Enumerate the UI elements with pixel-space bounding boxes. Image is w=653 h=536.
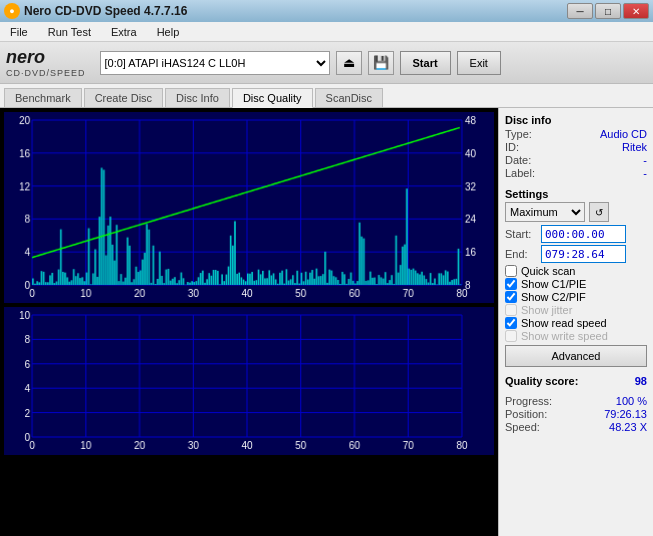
show-read-speed-row: Show read speed: [505, 317, 647, 329]
chart-area: [0, 108, 498, 536]
settings-title: Settings: [505, 188, 647, 200]
toolbar: nero CD·DVD/SPEED [0:0] ATAPI iHAS124 C …: [0, 42, 653, 84]
disc-type-value: Audio CD: [600, 128, 647, 140]
end-row: End: 079:28.64: [505, 245, 647, 263]
show-jitter-row: Show jitter: [505, 304, 647, 316]
disc-info-title: Disc info: [505, 114, 647, 126]
title-bar: ● Nero CD-DVD Speed 4.7.7.16 ─ □ ✕: [0, 0, 653, 22]
disc-label-row: Label: -: [505, 167, 647, 179]
disc-date-label: Date:: [505, 154, 531, 166]
close-button[interactable]: ✕: [623, 3, 649, 19]
show-c2-checkbox[interactable]: [505, 291, 517, 303]
tab-disc-quality[interactable]: Disc Quality: [232, 88, 313, 108]
menu-file[interactable]: File: [4, 24, 34, 40]
position-value: 79:26.13: [604, 408, 647, 420]
disc-id-row: ID: Ritek: [505, 141, 647, 153]
progress-value: 100 %: [616, 395, 647, 407]
speed-value: 48.23 X: [609, 421, 647, 433]
quick-scan-row: Quick scan: [505, 265, 647, 277]
disc-label-value: -: [643, 167, 647, 179]
quality-score-label: Quality score:: [505, 375, 578, 387]
tabs-bar: Benchmark Create Disc Disc Info Disc Qua…: [0, 84, 653, 108]
refresh-button[interactable]: ↺: [589, 202, 609, 222]
speed-row: Maximum ↺: [505, 202, 647, 222]
advanced-button[interactable]: Advanced: [505, 345, 647, 367]
show-c1-label: Show C1/PIE: [521, 278, 586, 290]
title-bar-text: Nero CD-DVD Speed 4.7.7.16: [24, 4, 187, 18]
show-write-speed-checkbox[interactable]: [505, 330, 517, 342]
app-icon: ●: [4, 3, 20, 19]
tab-disc-info[interactable]: Disc Info: [165, 88, 230, 107]
quality-score-value: 98: [635, 375, 647, 387]
progress-section: Progress: 100 % Position: 79:26.13 Speed…: [505, 395, 647, 434]
lower-chart: [4, 307, 494, 456]
quick-scan-checkbox[interactable]: [505, 265, 517, 277]
start-input[interactable]: 000:00.00: [541, 225, 626, 243]
disc-id-value: Ritek: [622, 141, 647, 153]
show-jitter-checkbox[interactable]: [505, 304, 517, 316]
start-label: Start:: [505, 228, 537, 240]
settings-section: Settings Maximum ↺ Start: 000:00.00 End:…: [505, 188, 647, 367]
save-button[interactable]: 💾: [368, 51, 394, 75]
menu-bar: File Run Test Extra Help: [0, 22, 653, 42]
tab-create-disc[interactable]: Create Disc: [84, 88, 163, 107]
quick-scan-label: Quick scan: [521, 265, 575, 277]
position-row: Position: 79:26.13: [505, 408, 647, 420]
menu-help[interactable]: Help: [151, 24, 186, 40]
maximize-button[interactable]: □: [595, 3, 621, 19]
disc-type-label: Type:: [505, 128, 532, 140]
speed-row-2: Speed: 48.23 X: [505, 421, 647, 433]
end-input[interactable]: 079:28.64: [541, 245, 626, 263]
tab-benchmark[interactable]: Benchmark: [4, 88, 82, 107]
title-bar-controls: ─ □ ✕: [567, 3, 649, 19]
position-label: Position:: [505, 408, 547, 420]
menu-extra[interactable]: Extra: [105, 24, 143, 40]
progress-row: Progress: 100 %: [505, 395, 647, 407]
minimize-button[interactable]: ─: [567, 3, 593, 19]
show-c1-row: Show C1/PIE: [505, 278, 647, 290]
show-jitter-label: Show jitter: [521, 304, 572, 316]
show-write-speed-row: Show write speed: [505, 330, 647, 342]
menu-run-test[interactable]: Run Test: [42, 24, 97, 40]
disc-info-section: Disc info Type: Audio CD ID: Ritek Date:…: [505, 114, 647, 180]
show-c2-label: Show C2/PIF: [521, 291, 586, 303]
main-content: Disc info Type: Audio CD ID: Ritek Date:…: [0, 108, 653, 536]
disc-label-label: Label:: [505, 167, 535, 179]
start-row: Start: 000:00.00: [505, 225, 647, 243]
eject-button[interactable]: ⏏: [336, 51, 362, 75]
exit-button[interactable]: Exit: [457, 51, 501, 75]
speed-label: Speed:: [505, 421, 540, 433]
logo-nero: nero: [6, 47, 45, 68]
logo: nero CD·DVD/SPEED: [6, 47, 86, 78]
show-c1-checkbox[interactable]: [505, 278, 517, 290]
right-panel: Disc info Type: Audio CD ID: Ritek Date:…: [498, 108, 653, 536]
start-button[interactable]: Start: [400, 51, 451, 75]
progress-label: Progress:: [505, 395, 552, 407]
disc-date-row: Date: -: [505, 154, 647, 166]
upper-chart: [4, 112, 494, 303]
show-read-speed-checkbox[interactable]: [505, 317, 517, 329]
logo-cdspeed: CD·DVD/SPEED: [6, 68, 86, 78]
tab-scandisc[interactable]: ScanDisc: [315, 88, 383, 107]
disc-date-value: -: [643, 154, 647, 166]
disc-type-row: Type: Audio CD: [505, 128, 647, 140]
disc-id-label: ID:: [505, 141, 519, 153]
show-c2-row: Show C2/PIF: [505, 291, 647, 303]
quality-score-row: Quality score: 98: [505, 375, 647, 387]
end-label: End:: [505, 248, 537, 260]
show-read-speed-label: Show read speed: [521, 317, 607, 329]
show-write-speed-label: Show write speed: [521, 330, 608, 342]
speed-select[interactable]: Maximum: [505, 202, 585, 222]
drive-select[interactable]: [0:0] ATAPI iHAS124 C LL0H: [100, 51, 330, 75]
